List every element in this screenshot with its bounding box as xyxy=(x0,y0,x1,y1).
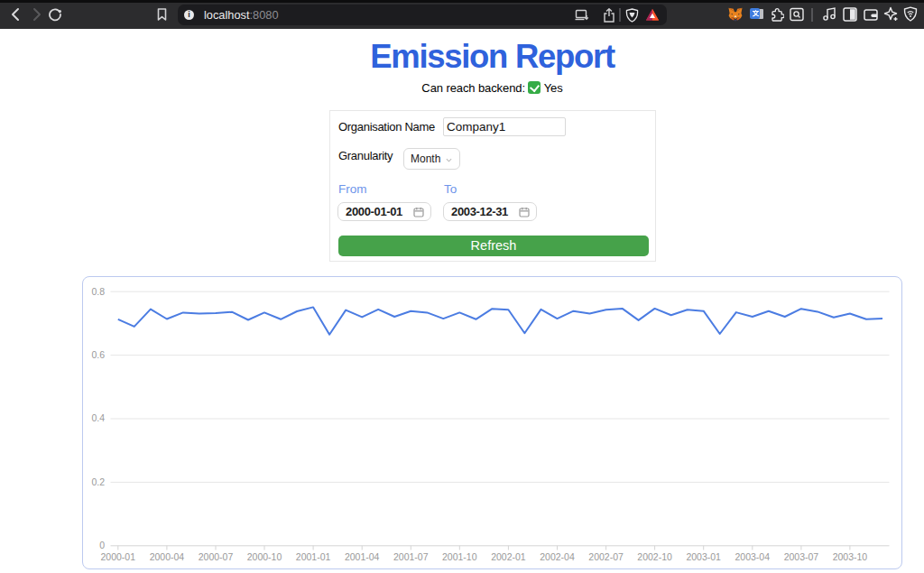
svg-text:2002-01: 2002-01 xyxy=(491,551,526,562)
svg-text:2002-04: 2002-04 xyxy=(540,551,575,562)
svg-text:0.4: 0.4 xyxy=(91,412,105,423)
svg-text:2000-10: 2000-10 xyxy=(247,551,282,562)
svg-text:2001-04: 2001-04 xyxy=(345,551,380,562)
svg-text:0.6: 0.6 xyxy=(91,349,105,360)
svg-text:2000-01: 2000-01 xyxy=(101,551,136,562)
svg-text:2003-10: 2003-10 xyxy=(833,551,868,562)
svg-text:2003-07: 2003-07 xyxy=(784,551,819,562)
svg-text:2003-04: 2003-04 xyxy=(735,551,771,562)
svg-text:2001-01: 2001-01 xyxy=(296,551,331,562)
svg-text:0.8: 0.8 xyxy=(91,286,105,297)
svg-text:2002-10: 2002-10 xyxy=(637,551,672,562)
svg-text:2002-07: 2002-07 xyxy=(588,551,624,562)
svg-text:0: 0 xyxy=(99,540,105,550)
svg-text:0.2: 0.2 xyxy=(91,476,105,487)
svg-text:2001-10: 2001-10 xyxy=(442,551,477,562)
svg-text:2000-04: 2000-04 xyxy=(150,551,185,562)
svg-text:2000-07: 2000-07 xyxy=(199,551,234,562)
svg-text:2001-07: 2001-07 xyxy=(393,551,429,562)
svg-text:2003-01: 2003-01 xyxy=(686,551,721,562)
